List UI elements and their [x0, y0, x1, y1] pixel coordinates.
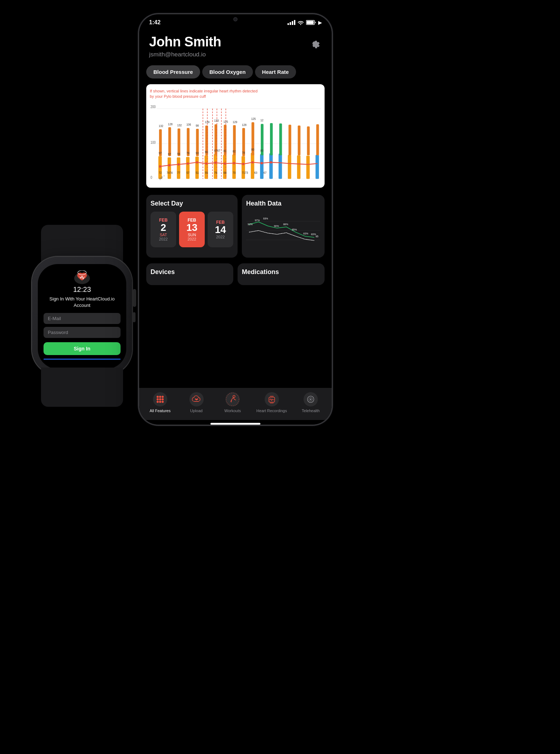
nav-label-telehealth: Telehealth [302, 409, 320, 413]
status-time: 1:42 [149, 19, 161, 26]
nav-item-heart-recordings[interactable]: Heart Recordings [256, 391, 287, 413]
svg-point-134 [310, 399, 311, 400]
svg-text:76: 76 [214, 171, 217, 174]
svg-text:132: 132 [159, 124, 163, 128]
svg-text:80: 80 [251, 148, 254, 152]
svg-text:129: 129 [233, 120, 237, 124]
svg-rect-22 [269, 153, 273, 179]
svg-text:128: 128 [242, 123, 246, 127]
svg-text:93%: 93% [263, 217, 268, 220]
workouts-icon [225, 391, 240, 407]
svg-point-92 [196, 161, 198, 163]
iphone: 1:42 ▶ [139, 14, 346, 435]
svg-point-119 [162, 398, 164, 400]
select-day-panel: Select Day FEB 2 SAT 2022 FEB 13 SUN 2 [146, 195, 238, 258]
svg-text:78: 78 [242, 151, 245, 155]
svg-text:7474: 7474 [167, 171, 173, 174]
svg-point-118 [159, 398, 161, 400]
svg-point-89 [168, 164, 170, 166]
svg-text:72: 72 [159, 171, 162, 174]
nav-item-telehealth[interactable]: Telehealth [298, 391, 323, 413]
svg-point-99 [261, 162, 263, 165]
nav-item-all-features[interactable]: All Features [148, 391, 173, 413]
svg-text:83%: 83% [303, 232, 308, 235]
svg-text:85: 85 [316, 235, 319, 238]
svg-text:83%: 83% [311, 233, 316, 236]
day-weekday-2: SUN [188, 233, 196, 237]
nav-item-workouts[interactable]: Workouts [220, 391, 245, 413]
day-cards-row: FEB 2 SAT 2022 FEB 13 SUN 2022 FEB [151, 212, 233, 247]
chart-legend-text: If shown, vertical lines indicate irregu… [150, 88, 321, 100]
health-line-chart: 97% 93% 92% 90% 88% 85% 83% 83% 85 [246, 212, 320, 253]
svg-rect-29 [168, 127, 171, 156]
nav-label-heart-recordings: Heart Recordings [256, 409, 287, 413]
svg-text:98: 98 [196, 123, 199, 127]
svg-rect-41 [279, 123, 282, 155]
svg-rect-21 [260, 154, 264, 179]
select-day-title: Select Day [151, 200, 233, 207]
svg-text:139: 139 [205, 120, 210, 124]
svg-text:90%: 90% [274, 225, 279, 227]
svg-text:80: 80 [205, 150, 208, 154]
watch-screen: 12:23 Sign In With Your HeartCloud.io Ac… [38, 264, 126, 369]
health-data-svg: 97% 93% 92% 90% 88% 85% 83% 83% 85 [246, 212, 320, 253]
battery-icon [306, 20, 316, 25]
svg-point-93 [205, 162, 208, 165]
svg-text:94: 94 [177, 152, 180, 156]
nav-item-upload[interactable]: Upload [184, 391, 209, 413]
svg-text:88%: 88% [283, 223, 288, 226]
watch-side-button [133, 312, 136, 322]
day-year-2: 2022 [188, 237, 196, 241]
svg-text:133: 133 [214, 118, 219, 122]
svg-rect-42 [289, 125, 291, 155]
svg-rect-23 [279, 153, 282, 179]
bottom-panels: Select Day FEB 2 SAT 2022 FEB 13 SUN 2 [139, 191, 332, 262]
upload-icon [189, 391, 204, 407]
svg-text:51: 51 [196, 171, 199, 174]
watch-body: 12:23 Sign In With Your HeartCloud.io Ac… [32, 257, 132, 375]
nav-label-workouts: Workouts [224, 409, 241, 413]
metric-tab-bar: Blood Pressure Blood Oxygen Heart Rate [139, 62, 332, 81]
day-card-feb14[interactable]: FEB 14 2022 [208, 212, 233, 247]
svg-point-121 [159, 401, 161, 403]
svg-text:57: 57 [187, 171, 190, 174]
svg-text:63: 63 [254, 171, 258, 174]
watch-email-field[interactable]: E-Mail [44, 313, 121, 324]
day-card-feb2[interactable]: FEB 2 SAT 2022 [151, 212, 176, 247]
medications-title: Medications [242, 268, 320, 276]
profile-name: John Smith [149, 34, 221, 50]
watch-signin-button[interactable]: Sign In [44, 342, 121, 355]
svg-rect-130 [270, 402, 274, 404]
settings-button[interactable] [307, 36, 322, 51]
phone-screen: 1:42 ▶ [139, 14, 332, 425]
tab-heart-rate[interactable]: Heart Rate [255, 65, 296, 79]
svg-text:97%: 97% [255, 219, 260, 222]
health-data-panel: Health Data 97% [242, 195, 325, 258]
svg-text:81: 81 [223, 149, 226, 153]
phone-body: 1:42 ▶ [139, 14, 332, 425]
watch-password-field[interactable]: Password [44, 327, 121, 338]
watch-progress-bar [44, 359, 121, 360]
bottom-nav: All Features Upload [139, 388, 332, 420]
svg-text:7173: 7173 [242, 171, 248, 174]
svg-text:70: 70 [233, 171, 236, 174]
health-data-title: Health Data [246, 200, 320, 207]
svg-text:79: 79 [187, 151, 190, 155]
day-number-3: 14 [215, 225, 226, 235]
devices-medications-row: Devices Medications [139, 262, 332, 288]
svg-text:200: 200 [151, 105, 156, 109]
svg-point-90 [178, 163, 180, 166]
svg-point-117 [157, 398, 159, 400]
svg-point-91 [187, 162, 189, 165]
tab-blood-oxygen[interactable]: Blood Oxygen [202, 65, 253, 79]
svg-text:55: 55 [205, 171, 208, 174]
day-card-feb13[interactable]: FEB 13 SUN 2022 [179, 212, 205, 247]
svg-text:67: 67 [264, 171, 267, 174]
svg-text:125: 125 [223, 120, 228, 123]
heartcloud-logo-icon [74, 270, 90, 284]
tab-blood-pressure[interactable]: Blood Pressure [146, 65, 200, 79]
nav-label-all-features: All Features [149, 409, 170, 413]
home-indicator [210, 423, 260, 425]
watch-time: 12:23 [73, 285, 91, 294]
nav-label-upload: Upload [190, 409, 203, 413]
